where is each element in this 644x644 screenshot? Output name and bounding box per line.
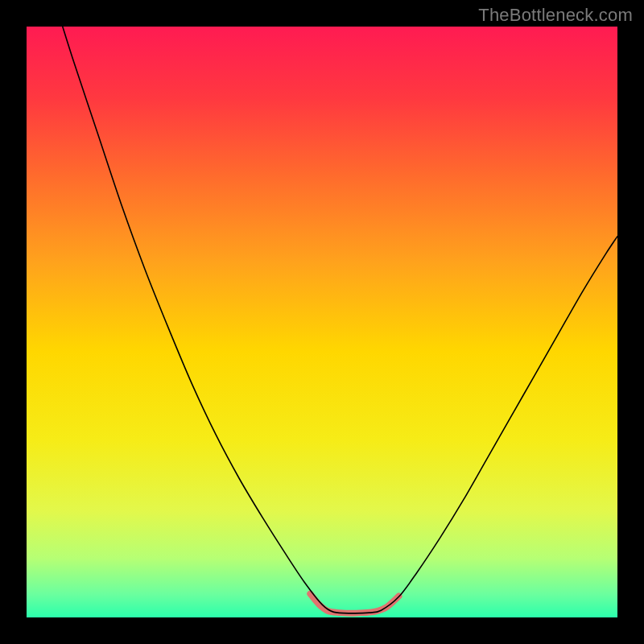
plot-area [27, 27, 617, 617]
chart-svg [27, 27, 617, 617]
chart-background [27, 27, 617, 617]
chart-frame: TheBottleneck.com [0, 0, 644, 644]
attribution-label: TheBottleneck.com [478, 5, 633, 26]
